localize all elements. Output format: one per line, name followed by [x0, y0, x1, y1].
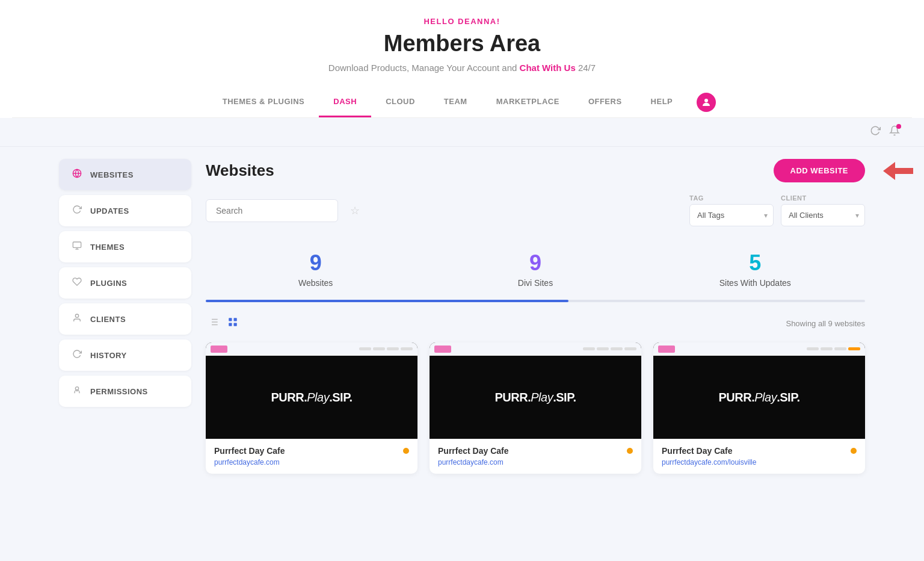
stat-updates: 5 Sites With Updates: [645, 241, 865, 293]
list-view-icon[interactable]: [206, 314, 221, 333]
main-header: Websites ADD WEBSITE: [206, 159, 865, 182]
stats-row: 9 Websites 9 Divi Sites 5 Sites With Upd…: [206, 241, 865, 293]
website-card[interactable]: PURR.Play.SIP. Purrfect Day Cafe purrfec…: [430, 342, 641, 474]
client-filter: CLIENT All Clients: [781, 194, 865, 226]
themes-icon: [71, 241, 83, 253]
client-select[interactable]: All Clients: [781, 204, 865, 226]
nav-team[interactable]: TEAM: [430, 87, 482, 117]
sidebar-label-plugins: PLUGINS: [90, 279, 127, 288]
nav-dash[interactable]: DASH: [319, 87, 371, 117]
svg-rect-18: [229, 323, 232, 326]
websites-grid: PURR.Play.SIP. Purrfect Day Cafe purrfec…: [206, 342, 865, 474]
sidebar-label-websites: WEBSITES: [90, 170, 134, 179]
website-card[interactable]: PURR.Play.SIP. Purrfect Day Cafe purrfec…: [653, 342, 865, 474]
subtitle: Download Products, Manage Your Account a…: [12, 63, 912, 73]
card-url[interactable]: purrfectdaycafe.com: [438, 458, 633, 466]
stat-websites: 9 Websites: [206, 241, 425, 293]
client-select-wrapper: All Clients: [781, 204, 865, 226]
clients-icon: [71, 313, 83, 325]
stat-divi-label: Divi Sites: [425, 278, 645, 288]
svg-marker-9: [883, 162, 913, 180]
stat-websites-label: Websites: [206, 278, 425, 288]
toolbar: [0, 118, 924, 147]
filter-group: TAG All Tags CLIENT All Clients: [689, 194, 865, 226]
refresh-icon: [71, 205, 83, 217]
sidebar-item-websites[interactable]: WEBSITES: [59, 159, 191, 190]
page-title: Members Area: [12, 31, 912, 57]
notification-badge: [896, 124, 901, 129]
progress-bar: [206, 300, 568, 302]
progress-bar-container: [206, 300, 865, 302]
card-thumbnail: PURR.Play.SIP.: [430, 342, 641, 439]
view-controls: Showing all 9 websites: [206, 314, 865, 333]
websites-title: Websites: [206, 161, 274, 180]
plugins-icon: [71, 277, 83, 289]
permissions-icon: [71, 385, 83, 397]
add-website-button[interactable]: ADD WEBSITE: [774, 159, 866, 182]
tag-select[interactable]: All Tags: [689, 204, 774, 226]
sidebar-item-themes[interactable]: THEMES: [59, 231, 191, 262]
svg-rect-19: [234, 323, 237, 326]
card-url[interactable]: purrfectdaycafe.com: [214, 458, 409, 466]
stat-updates-label: Sites With Updates: [645, 278, 865, 288]
layout: WEBSITES UPDATES THEMES PLUGINS CLIENTS: [41, 147, 883, 486]
card-title: Purrfect Day Cafe: [662, 446, 857, 456]
sidebar-label-themes: THEMES: [90, 243, 125, 252]
card-thumbnail: PURR.Play.SIP.: [206, 342, 417, 439]
main-content: Websites ADD WEBSITE ☆ TAG: [206, 159, 865, 474]
sidebar-label-updates: UPDATES: [90, 206, 129, 215]
status-dot: [403, 448, 409, 454]
nav-cloud[interactable]: CLOUD: [371, 87, 430, 117]
avatar[interactable]: [697, 93, 716, 112]
sidebar-item-plugins[interactable]: PLUGINS: [59, 267, 191, 299]
grid-view-icon[interactable]: [225, 314, 241, 333]
stat-divi: 9 Divi Sites: [425, 241, 645, 293]
stat-divi-number: 9: [425, 250, 645, 276]
nav: THEMES & PLUGINS DASH CLOUD TEAM MARKETP…: [12, 87, 912, 118]
refresh-icon[interactable]: [870, 125, 881, 139]
nav-help[interactable]: HELP: [636, 87, 688, 117]
card-body: Purrfect Day Cafe purrfectdaycafe.com: [430, 439, 641, 474]
svg-point-7: [75, 387, 78, 390]
status-dot: [627, 448, 633, 454]
card-thumbnail: PURR.Play.SIP.: [653, 342, 865, 439]
arrow-indicator: [883, 162, 913, 180]
header: HELLO DEANNA! Members Area Download Prod…: [0, 0, 924, 118]
sidebar-item-permissions[interactable]: PERMISSIONS: [59, 376, 191, 407]
chat-link[interactable]: Chat With Us: [520, 63, 576, 73]
nav-marketplace[interactable]: MARKETPLACE: [482, 87, 574, 117]
card-body: Purrfect Day Cafe purrfectdaycafe.com: [206, 439, 417, 474]
tag-filter: TAG All Tags: [689, 194, 774, 226]
showing-text: Showing all 9 websites: [786, 319, 865, 328]
svg-rect-17: [234, 318, 237, 321]
tag-select-wrapper: All Tags: [689, 204, 774, 226]
sidebar-label-clients: CLIENTS: [90, 315, 126, 324]
svg-rect-16: [229, 318, 232, 321]
sidebar-label-permissions: PERMISSIONS: [90, 387, 148, 396]
card-url[interactable]: purrfectdaycafe.com/louisville: [662, 458, 857, 466]
star-button[interactable]: ☆: [350, 204, 360, 217]
card-body: Purrfect Day Cafe purrfectdaycafe.com/lo…: [653, 439, 865, 474]
globe-icon: [71, 169, 83, 181]
svg-point-0: [704, 99, 708, 102]
sidebar-item-history[interactable]: HISTORY: [59, 339, 191, 371]
sidebar: WEBSITES UPDATES THEMES PLUGINS CLIENTS: [59, 159, 191, 474]
nav-offers[interactable]: OFFERS: [574, 87, 636, 117]
stat-websites-number: 9: [206, 250, 425, 276]
sidebar-label-history: HISTORY: [90, 351, 127, 360]
svg-point-6: [75, 314, 78, 317]
card-title: Purrfect Day Cafe: [214, 446, 409, 456]
status-dot: [851, 448, 857, 454]
greeting: HELLO DEANNA!: [12, 17, 912, 26]
stat-updates-number: 5: [645, 250, 865, 276]
search-input[interactable]: [206, 199, 338, 222]
view-icons: [206, 314, 241, 333]
nav-themes-plugins[interactable]: THEMES & PLUGINS: [208, 87, 319, 117]
filters-row: ☆ TAG All Tags CLIENT All Clients: [206, 194, 865, 226]
notifications-icon[interactable]: [889, 125, 900, 139]
history-icon: [71, 349, 83, 361]
card-title: Purrfect Day Cafe: [438, 446, 633, 456]
sidebar-item-updates[interactable]: UPDATES: [59, 195, 191, 226]
sidebar-item-clients[interactable]: CLIENTS: [59, 303, 191, 335]
website-card[interactable]: PURR.Play.SIP. Purrfect Day Cafe purrfec…: [206, 342, 417, 474]
